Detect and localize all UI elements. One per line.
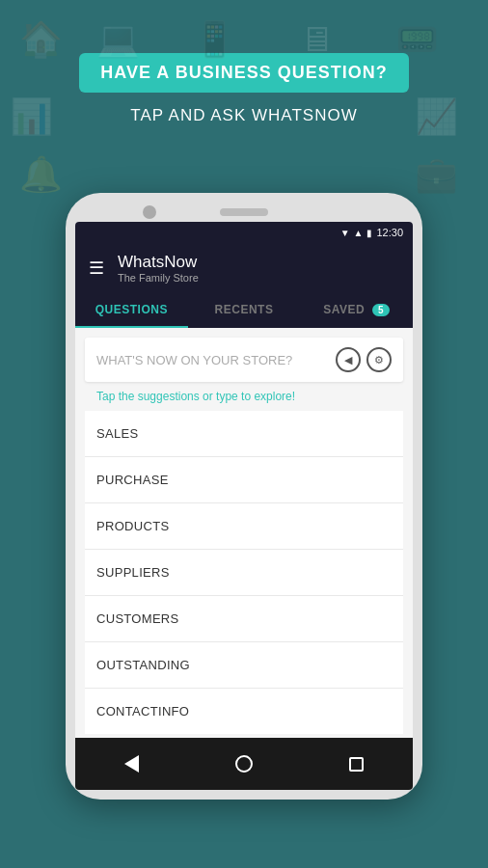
list-item-outstanding[interactable]: OUTSTANDING — [85, 642, 403, 689]
tab-recents[interactable]: RECENTS — [188, 293, 301, 326]
suggestion-text: Tap the suggestions or type to explore! — [75, 382, 413, 411]
list-item-suppliers[interactable]: SUPPLIERS — [85, 550, 403, 596]
nav-recent-button[interactable] — [342, 749, 371, 778]
list-item-products[interactable]: PRODUCTS — [85, 503, 403, 550]
menu-icon[interactable]: ☰ — [89, 259, 104, 277]
phone-screen: ▼ ▲ ▮ 12:30 ☰ WhatsNow The Family Store … — [75, 222, 413, 790]
saved-badge: 5 — [372, 304, 390, 316]
recent-icon — [349, 757, 364, 772]
search-back-icon[interactable]: ◀ — [336, 347, 361, 372]
app-subtitle: The Family Store — [118, 272, 199, 284]
nav-home-button[interactable] — [230, 749, 258, 778]
banner-text: HAVE A BUSINESS QUESTION? — [100, 63, 387, 82]
status-bar: ▼ ▲ ▮ 12:30 — [75, 222, 413, 243]
search-placeholder: WHAT'S NOW ON YOUR STORE? — [96, 353, 336, 367]
app-title: WhatsNow — [118, 253, 199, 272]
phone-camera — [143, 205, 156, 219]
back-icon — [124, 755, 139, 773]
home-icon — [235, 755, 253, 773]
tab-saved[interactable]: SAVED 5 — [300, 293, 413, 326]
phone-speaker — [220, 208, 268, 216]
battery-icon: ▮ — [366, 228, 372, 238]
wifi-icon: ▲ — [354, 228, 364, 238]
list-item-contactinfo[interactable]: CONTACTINFO — [85, 689, 403, 734]
nav-back-button[interactable] — [117, 749, 146, 778]
search-bar[interactable]: WHAT'S NOW ON YOUR STORE? ◀ ⚙ — [85, 338, 403, 382]
bg-icon-8: 🔔 — [19, 154, 63, 195]
subtitle-text: TAP AND ASK WHATSNOW — [130, 106, 357, 125]
list-item-customers[interactable]: CUSTOMERS — [85, 596, 403, 642]
bottom-nav — [75, 738, 413, 790]
search-settings-icon[interactable]: ⚙ — [366, 347, 392, 372]
bg-icon-9: 💼 — [415, 154, 458, 195]
signal-icon: ▼ — [340, 228, 350, 238]
list-container: SALES PURCHASE PRODUCTS SUPPLIERS CUSTOM… — [85, 411, 403, 734]
tab-questions[interactable]: QUESTIONS — [75, 293, 188, 326]
app-title-group: WhatsNow The Family Store — [118, 253, 199, 284]
header-area: HAVE A BUSINESS QUESTION? TAP AND ASK WH… — [0, 0, 488, 154]
status-icons: ▼ ▲ ▮ 12:30 — [340, 227, 403, 238]
search-icons: ◀ ⚙ — [336, 347, 392, 372]
banner: HAVE A BUSINESS QUESTION? — [79, 53, 408, 93]
phone-frame: ▼ ▲ ▮ 12:30 ☰ WhatsNow The Family Store … — [66, 193, 422, 800]
tabs-bar: QUESTIONS RECENTS SAVED 5 — [75, 293, 413, 328]
list-item-sales[interactable]: SALES — [85, 411, 403, 457]
list-item-purchase[interactable]: PURCHASE — [85, 457, 403, 503]
app-toolbar: ☰ WhatsNow The Family Store — [75, 243, 413, 293]
status-time: 12:30 — [376, 227, 403, 238]
